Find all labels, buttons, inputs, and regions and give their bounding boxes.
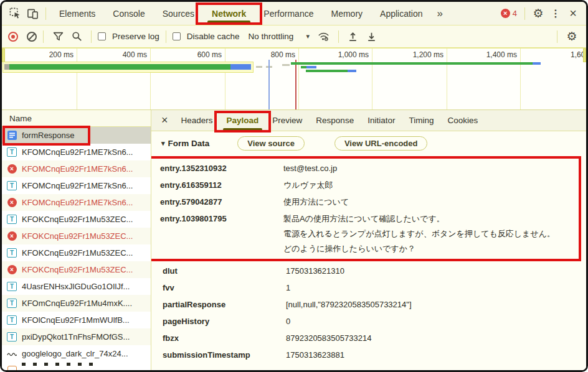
request-name: KFOMCnqEu92Fr1ME7kSn6... xyxy=(22,181,133,190)
request-name: KFOmCnqEu92Fr1Mu4mxK.... xyxy=(22,299,132,308)
kebab-menu-icon[interactable]: ⋮ xyxy=(548,6,564,22)
active-tab-underline xyxy=(223,128,263,131)
form-data-section-toggle[interactable]: ▾ Form Data xyxy=(161,139,209,148)
request-row-formresponse[interactable]: formResponse xyxy=(2,127,151,144)
payload-key: pageHistory xyxy=(163,313,286,330)
request-row[interactable]: T KFOKCnqEu92Fr1Mu53ZEC... xyxy=(2,244,151,261)
request-name: pxiDypQkot1TnFhsFMOfGS... xyxy=(22,332,130,342)
filter-icon[interactable] xyxy=(50,29,66,45)
request-row-partial[interactable] xyxy=(2,362,151,370)
preserve-log-label[interactable]: Preserve log xyxy=(112,32,159,41)
network-conditions-icon[interactable] xyxy=(316,29,332,45)
tab-application[interactable]: Application xyxy=(372,2,431,26)
font-icon: T xyxy=(7,282,17,291)
tab-timing[interactable]: Timing xyxy=(402,110,440,131)
import-har-icon[interactable] xyxy=(345,29,361,45)
error-count-badge[interactable]: × 4 xyxy=(501,9,517,18)
waterfall-dash xyxy=(282,64,290,66)
payload-key: dlut xyxy=(163,263,286,279)
request-name: KFOlCnqEu92Fr1MmWUlfB... xyxy=(22,315,130,325)
manifest-icon xyxy=(7,366,17,370)
devtools-window: Elements Console Sources Network Perform… xyxy=(0,0,588,372)
device-toolbar-icon[interactable] xyxy=(24,6,40,22)
payload-value: test@test.co.jp xyxy=(283,160,579,177)
tab-cookies[interactable]: Cookies xyxy=(440,110,485,131)
payload-value-line: どのように操作したらいいですか？ xyxy=(283,241,579,256)
form-data-section-label: Form Data xyxy=(168,139,210,148)
font-icon: T xyxy=(7,332,17,342)
close-detail-icon[interactable]: × xyxy=(155,114,174,127)
more-tabs-icon[interactable]: » xyxy=(432,7,448,20)
request-row[interactable]: × KFOMCnqEu92Fr1ME7kSn6... xyxy=(2,160,151,177)
divider xyxy=(166,30,166,43)
tab-preview[interactable]: Preview xyxy=(265,110,309,131)
form-data-list: entry.1352310932 test@test.co.jp entry.6… xyxy=(151,155,586,370)
request-name: KFOMCnqEu92Fr1ME7kSn6... xyxy=(22,147,133,157)
waterfall-bar-queued xyxy=(4,64,9,70)
close-devtools-icon[interactable]: × xyxy=(565,6,581,22)
error-circle-icon: × xyxy=(501,9,510,18)
waterfall-bar-download xyxy=(306,70,348,72)
divider xyxy=(45,7,46,20)
waterfall-bar-waiting xyxy=(348,70,356,72)
request-detail-panel: × Headers Payload Preview Response Initi… xyxy=(151,110,586,370)
payload-value: 使用方法について xyxy=(283,193,579,210)
payload-key: submissionTimestamp xyxy=(163,346,286,363)
active-tab-underline xyxy=(207,21,250,24)
request-row[interactable]: T KFOKCnqEu92Fr1Mu53ZEC... xyxy=(2,211,151,228)
search-icon[interactable] xyxy=(69,29,85,45)
preserve-log-checkbox[interactable] xyxy=(98,32,106,40)
disable-cache-checkbox[interactable] xyxy=(173,32,181,40)
tab-memory[interactable]: Memory xyxy=(323,2,371,26)
request-row[interactable]: T 4UasrENHsxJlGDuGo1OIlJf... xyxy=(2,278,151,295)
payload-row: entry.1039801795 製品Aの使用方法について確認したいです。 電源… xyxy=(151,210,579,256)
request-row[interactable]: googlelogo_dark_clr_74x24... xyxy=(2,345,151,362)
tab-console[interactable]: Console xyxy=(105,2,153,26)
view-source-button[interactable]: View source xyxy=(237,136,305,151)
throttling-dropdown[interactable]: No throttling ▾ xyxy=(249,32,310,41)
payload-row: fvv 1 xyxy=(151,279,586,296)
request-list-name-header[interactable]: Name xyxy=(2,110,151,127)
tab-elements[interactable]: Elements xyxy=(51,2,103,26)
payload-value: 1750313623881 xyxy=(286,346,586,363)
waterfall-bar-download xyxy=(291,62,533,65)
font-icon: T xyxy=(7,315,17,325)
export-har-icon[interactable] xyxy=(364,29,380,45)
tick-label: 200 ms xyxy=(49,50,74,59)
inspect-element-icon[interactable] xyxy=(7,6,23,22)
tab-sources[interactable]: Sources xyxy=(154,2,202,26)
devtools-main-tabbar: Elements Console Sources Network Perform… xyxy=(2,2,586,26)
request-row[interactable]: × KFOKCnqEu92Fr1Mu53ZEC... xyxy=(2,228,151,244)
tick-label: 1,000 ms xyxy=(338,50,369,59)
request-row[interactable]: × KFOKCnqEu92Fr1Mu53ZEC... xyxy=(2,261,151,278)
clear-network-log-icon[interactable] xyxy=(27,32,37,42)
tab-response[interactable]: Response xyxy=(309,110,361,131)
record-network-log-icon[interactable] xyxy=(8,32,18,42)
tick-label: 400 ms xyxy=(123,50,147,59)
view-url-encoded-button[interactable]: View URL-encoded xyxy=(334,136,428,151)
request-row[interactable]: T pxiDypQkot1TnFhsFMOfGS... xyxy=(2,328,151,345)
request-row[interactable]: T KFOmCnqEu92Fr1Mu4mxK.... xyxy=(2,295,151,312)
overview-left-handle[interactable] xyxy=(2,49,5,62)
payload-key: entry.1039801795 xyxy=(160,210,283,227)
settings-gear-icon[interactable]: ⚙ xyxy=(530,6,546,22)
network-settings-gear-icon[interactable]: ⚙ xyxy=(564,29,580,45)
tab-headers[interactable]: Headers xyxy=(174,110,220,131)
disable-cache-label[interactable]: Disable cache xyxy=(187,32,240,41)
request-row[interactable]: T KFOlCnqEu92Fr1MmWUlfB... xyxy=(2,312,151,328)
tick-label: 1,400 ms xyxy=(486,50,517,59)
request-name: KFOKCnqEu92Fr1Mu53ZEC... xyxy=(22,231,133,241)
load-event-marker xyxy=(295,60,296,110)
tab-network[interactable]: Network xyxy=(204,2,254,26)
request-row[interactable]: × KFOMCnqEu92Fr1ME7kSn6... xyxy=(2,194,151,211)
request-row[interactable]: T KFOMCnqEu92Fr1ME7kSn6... xyxy=(2,177,151,194)
tab-initiator[interactable]: Initiator xyxy=(361,110,402,131)
network-overview-timeline[interactable]: 200 ms 400 ms 600 ms 800 ms 1,000 ms 1,2… xyxy=(2,49,586,110)
tab-performance[interactable]: Performance xyxy=(255,2,321,26)
overview-right-handle[interactable] xyxy=(583,49,586,62)
request-row[interactable]: T KFOMCnqEu92Fr1ME7kSn6... xyxy=(2,144,151,160)
waterfall-bar-waiting xyxy=(306,66,316,68)
tab-payload[interactable]: Payload xyxy=(220,110,266,131)
payload-row: dlut 1750313621310 xyxy=(151,263,586,279)
gridline xyxy=(372,49,372,109)
